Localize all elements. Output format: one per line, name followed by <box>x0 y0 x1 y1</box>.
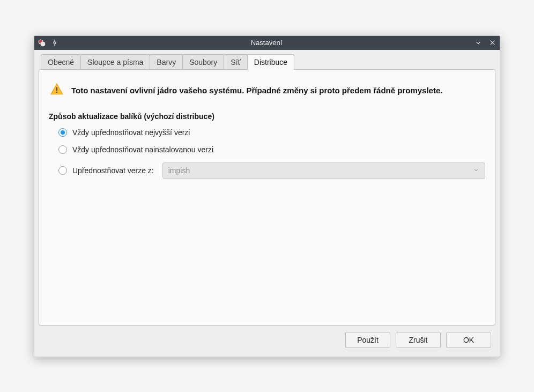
minimize-button[interactable] <box>474 39 483 47</box>
group-label-update-mode: Způsob aktualizace balíků (výchozí distr… <box>49 112 485 121</box>
radio-label: Upřednostňovat verze z: <box>72 166 154 175</box>
settings-window: Nastavení Obecné Sloupce a písma Barvy S… <box>34 35 500 357</box>
svg-rect-5 <box>56 91 57 92</box>
distribution-select[interactable]: impish <box>162 162 485 179</box>
tab-label: Barvy <box>157 58 176 66</box>
warning-text: Toto nastavení ovlivní jádro vašeho syst… <box>71 86 442 95</box>
radio-group-update-mode: Vždy upřednostňovat nejvyšší verzi Vždy … <box>49 128 485 179</box>
radio-label: Vždy upřednostňovat nainstalovanou verzi <box>72 145 213 154</box>
tab-files[interactable]: Soubory <box>182 54 224 70</box>
window-title: Nastavení <box>63 39 470 47</box>
tab-label: Soubory <box>189 58 217 66</box>
tab-columns-fonts[interactable]: Sloupce a písma <box>80 54 150 70</box>
content-area: Obecné Sloupce a písma Barvy Soubory Síť… <box>34 50 500 357</box>
tab-panel-distribution: Toto nastavení ovlivní jádro vašeho syst… <box>39 69 495 326</box>
svg-point-1 <box>41 42 45 46</box>
footer-buttons: Použít Zrušit OK <box>39 326 495 350</box>
tab-label: Síť <box>231 58 240 66</box>
radio-label: Vždy upřednostňovat nejvyšší verzi <box>72 128 190 137</box>
ok-button[interactable]: OK <box>446 332 491 348</box>
tab-general[interactable]: Obecné <box>41 54 81 70</box>
titlebar-right <box>474 39 496 47</box>
radio-input-installed[interactable] <box>58 145 67 154</box>
radio-prefer-from[interactable]: Upřednostňovat verze z: impish <box>58 162 485 179</box>
radio-input-prefer-from[interactable] <box>58 166 67 175</box>
app-icon <box>38 39 46 47</box>
tab-label: Distribuce <box>254 58 287 66</box>
alert-triangle-icon <box>50 83 64 98</box>
pin-icon[interactable] <box>50 39 59 47</box>
svg-rect-4 <box>56 87 57 91</box>
close-button[interactable] <box>488 39 496 47</box>
tab-label: Obecné <box>48 58 74 66</box>
radio-input-highest[interactable] <box>58 128 67 137</box>
select-value: impish <box>168 166 190 175</box>
tab-distribution[interactable]: Distribuce <box>247 54 294 70</box>
radio-highest[interactable]: Vždy upřednostňovat nejvyšší verzi <box>58 128 485 137</box>
tab-network[interactable]: Síť <box>224 54 247 70</box>
titlebar-left <box>38 39 59 47</box>
titlebar[interactable]: Nastavení <box>34 36 500 50</box>
cancel-button[interactable]: Zrušit <box>396 332 441 348</box>
tab-strip: Obecné Sloupce a písma Barvy Soubory Síť… <box>39 54 495 70</box>
chevron-down-icon <box>473 166 479 175</box>
tab-colors[interactable]: Barvy <box>150 54 183 70</box>
warning-row: Toto nastavení ovlivní jádro vašeho syst… <box>49 79 485 102</box>
apply-button[interactable]: Použít <box>345 332 390 348</box>
tab-label: Sloupce a písma <box>87 58 143 66</box>
radio-installed[interactable]: Vždy upřednostňovat nainstalovanou verzi <box>58 145 485 154</box>
